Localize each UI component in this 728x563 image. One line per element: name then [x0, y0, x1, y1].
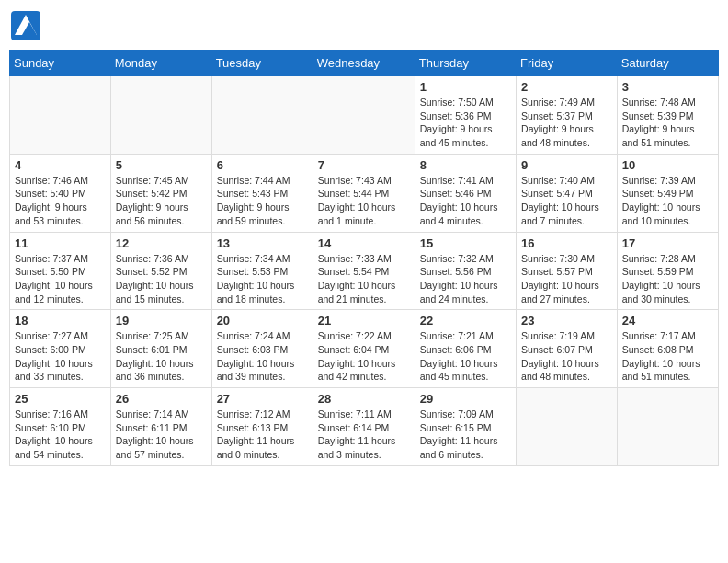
- calendar-cell: 28Sunrise: 7:11 AMSunset: 6:14 PMDayligh…: [313, 388, 415, 466]
- day-number: 21: [318, 314, 410, 327]
- day-info: Sunrise: 7:11 AMSunset: 6:14 PMDaylight:…: [318, 408, 410, 462]
- calendar-cell: 14Sunrise: 7:33 AMSunset: 5:54 PMDayligh…: [313, 232, 415, 310]
- day-info: Sunrise: 7:34 AMSunset: 5:53 PMDaylight:…: [217, 252, 308, 306]
- calendar-week-2: 4Sunrise: 7:46 AMSunset: 5:40 PMDaylight…: [10, 154, 719, 232]
- day-number: 22: [420, 314, 511, 327]
- calendar-cell: 7Sunrise: 7:43 AMSunset: 5:44 PMDaylight…: [313, 154, 415, 232]
- day-info: Sunrise: 7:36 AMSunset: 5:52 PMDaylight:…: [116, 252, 207, 306]
- calendar-cell: 10Sunrise: 7:39 AMSunset: 5:49 PMDayligh…: [617, 154, 718, 232]
- day-info: Sunrise: 7:37 AMSunset: 5:50 PMDaylight:…: [15, 252, 106, 306]
- day-info: Sunrise: 7:46 AMSunset: 5:40 PMDaylight:…: [15, 174, 106, 228]
- day-number: 24: [622, 314, 713, 327]
- day-info: Sunrise: 7:33 AMSunset: 5:54 PMDaylight:…: [318, 252, 410, 306]
- calendar-cell: 5Sunrise: 7:45 AMSunset: 5:42 PMDaylight…: [110, 154, 211, 232]
- day-number: 10: [622, 158, 713, 172]
- calendar-cell: 18Sunrise: 7:27 AMSunset: 6:00 PMDayligh…: [10, 310, 111, 388]
- day-number: 20: [217, 314, 308, 327]
- day-number: 15: [420, 236, 511, 250]
- day-number: 28: [318, 392, 410, 406]
- day-info: Sunrise: 7:50 AMSunset: 5:36 PMDaylight:…: [420, 96, 511, 150]
- day-number: 27: [217, 392, 308, 406]
- day-number: 2: [521, 80, 612, 94]
- calendar-cell: 27Sunrise: 7:12 AMSunset: 6:13 PMDayligh…: [211, 388, 313, 466]
- calendar-cell: [10, 76, 111, 155]
- calendar-cell: 19Sunrise: 7:25 AMSunset: 6:01 PMDayligh…: [110, 310, 211, 388]
- day-number: 5: [116, 158, 207, 172]
- calendar-cell: [517, 388, 618, 466]
- day-info: Sunrise: 7:32 AMSunset: 5:56 PMDaylight:…: [420, 252, 511, 306]
- page-header: [9, 9, 719, 42]
- weekday-header-thursday: Thursday: [415, 51, 516, 76]
- day-number: 3: [622, 80, 713, 94]
- calendar-cell: 1Sunrise: 7:50 AMSunset: 5:36 PMDaylight…: [415, 76, 516, 155]
- day-info: Sunrise: 7:24 AMSunset: 6:03 PMDaylight:…: [217, 329, 308, 384]
- calendar-cell: 6Sunrise: 7:44 AMSunset: 5:43 PMDaylight…: [211, 154, 313, 232]
- weekday-header-row: SundayMondayTuesdayWednesdayThursdayFrid…: [10, 51, 719, 76]
- day-info: Sunrise: 7:25 AMSunset: 6:01 PMDaylight:…: [116, 329, 207, 384]
- day-number: 19: [116, 314, 207, 327]
- day-info: Sunrise: 7:12 AMSunset: 6:13 PMDaylight:…: [217, 408, 308, 462]
- calendar-cell: 29Sunrise: 7:09 AMSunset: 6:15 PMDayligh…: [415, 388, 516, 466]
- calendar-cell: 16Sunrise: 7:30 AMSunset: 5:57 PMDayligh…: [517, 232, 618, 310]
- weekday-header-monday: Monday: [110, 51, 211, 76]
- logo: [9, 9, 46, 42]
- calendar-cell: 11Sunrise: 7:37 AMSunset: 5:50 PMDayligh…: [10, 232, 111, 310]
- calendar-cell: [110, 76, 211, 155]
- day-info: Sunrise: 7:16 AMSunset: 6:10 PMDaylight:…: [15, 408, 106, 462]
- day-number: 25: [15, 392, 106, 406]
- day-number: 17: [622, 236, 713, 250]
- calendar-week-3: 11Sunrise: 7:37 AMSunset: 5:50 PMDayligh…: [10, 232, 719, 310]
- calendar-cell: 8Sunrise: 7:41 AMSunset: 5:46 PMDaylight…: [415, 154, 516, 232]
- day-number: 8: [420, 158, 511, 172]
- logo-icon: [9, 9, 42, 42]
- day-number: 7: [318, 158, 410, 172]
- calendar-cell: 22Sunrise: 7:21 AMSunset: 6:06 PMDayligh…: [415, 310, 516, 388]
- weekday-header-wednesday: Wednesday: [313, 51, 415, 76]
- day-info: Sunrise: 7:44 AMSunset: 5:43 PMDaylight:…: [217, 174, 308, 228]
- day-info: Sunrise: 7:30 AMSunset: 5:57 PMDaylight:…: [521, 252, 612, 306]
- day-info: Sunrise: 7:39 AMSunset: 5:49 PMDaylight:…: [622, 174, 713, 228]
- day-number: 23: [521, 314, 612, 327]
- calendar-cell: 23Sunrise: 7:19 AMSunset: 6:07 PMDayligh…: [517, 310, 618, 388]
- weekday-header-tuesday: Tuesday: [211, 51, 313, 76]
- day-info: Sunrise: 7:49 AMSunset: 5:37 PMDaylight:…: [521, 96, 612, 150]
- day-info: Sunrise: 7:41 AMSunset: 5:46 PMDaylight:…: [420, 174, 511, 228]
- day-number: 29: [420, 392, 511, 406]
- day-info: Sunrise: 7:19 AMSunset: 6:07 PMDaylight:…: [521, 329, 612, 384]
- day-info: Sunrise: 7:43 AMSunset: 5:44 PMDaylight:…: [318, 174, 410, 228]
- day-info: Sunrise: 7:22 AMSunset: 6:04 PMDaylight:…: [318, 329, 410, 384]
- calendar-cell: 12Sunrise: 7:36 AMSunset: 5:52 PMDayligh…: [110, 232, 211, 310]
- calendar-cell: 20Sunrise: 7:24 AMSunset: 6:03 PMDayligh…: [211, 310, 313, 388]
- day-number: 14: [318, 236, 410, 250]
- calendar-table: SundayMondayTuesdayWednesdayThursdayFrid…: [9, 50, 719, 466]
- calendar-cell: 13Sunrise: 7:34 AMSunset: 5:53 PMDayligh…: [211, 232, 313, 310]
- day-info: Sunrise: 7:21 AMSunset: 6:06 PMDaylight:…: [420, 329, 511, 384]
- calendar-cell: 4Sunrise: 7:46 AMSunset: 5:40 PMDaylight…: [10, 154, 111, 232]
- calendar-week-4: 18Sunrise: 7:27 AMSunset: 6:00 PMDayligh…: [10, 310, 719, 388]
- calendar-cell: 25Sunrise: 7:16 AMSunset: 6:10 PMDayligh…: [10, 388, 111, 466]
- calendar-cell: 17Sunrise: 7:28 AMSunset: 5:59 PMDayligh…: [617, 232, 718, 310]
- weekday-header-saturday: Saturday: [617, 51, 718, 76]
- day-number: 11: [15, 236, 106, 250]
- day-info: Sunrise: 7:27 AMSunset: 6:00 PMDaylight:…: [15, 329, 106, 384]
- calendar-cell: 24Sunrise: 7:17 AMSunset: 6:08 PMDayligh…: [617, 310, 718, 388]
- calendar-cell: 21Sunrise: 7:22 AMSunset: 6:04 PMDayligh…: [313, 310, 415, 388]
- calendar-cell: 26Sunrise: 7:14 AMSunset: 6:11 PMDayligh…: [110, 388, 211, 466]
- day-info: Sunrise: 7:40 AMSunset: 5:47 PMDaylight:…: [521, 174, 612, 228]
- day-number: 26: [116, 392, 207, 406]
- day-info: Sunrise: 7:48 AMSunset: 5:39 PMDaylight:…: [622, 96, 713, 150]
- day-number: 18: [15, 314, 106, 327]
- day-number: 1: [420, 80, 511, 94]
- calendar-week-5: 25Sunrise: 7:16 AMSunset: 6:10 PMDayligh…: [10, 388, 719, 466]
- day-number: 6: [217, 158, 308, 172]
- day-info: Sunrise: 7:17 AMSunset: 6:08 PMDaylight:…: [622, 329, 713, 384]
- calendar-cell: 2Sunrise: 7:49 AMSunset: 5:37 PMDaylight…: [517, 76, 618, 155]
- day-number: 16: [521, 236, 612, 250]
- weekday-header-sunday: Sunday: [10, 51, 111, 76]
- day-number: 12: [116, 236, 207, 250]
- calendar-cell: [617, 388, 718, 466]
- calendar-cell: 3Sunrise: 7:48 AMSunset: 5:39 PMDaylight…: [617, 76, 718, 155]
- calendar-week-1: 1Sunrise: 7:50 AMSunset: 5:36 PMDaylight…: [10, 76, 719, 155]
- day-number: 9: [521, 158, 612, 172]
- weekday-header-friday: Friday: [517, 51, 618, 76]
